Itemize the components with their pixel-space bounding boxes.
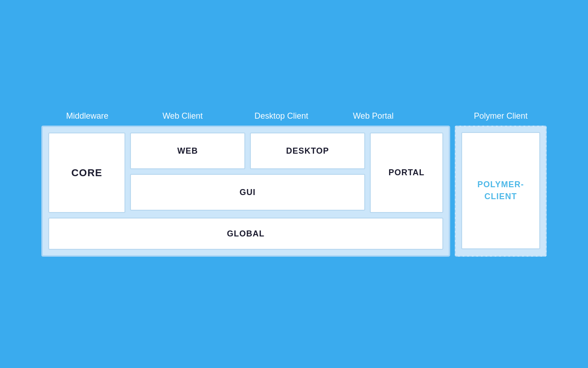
header-polymer-client: Polymer Client: [455, 111, 547, 126]
header-web-portal: Web Portal: [331, 111, 416, 126]
header-web-client: Web Client: [133, 111, 232, 126]
dashed-outer-box: POLYMER- CLIENT: [455, 126, 547, 257]
gui-module: GUI: [130, 174, 365, 211]
web-module: WEB: [130, 132, 245, 169]
diagram-container: Middleware Web Client Desktop Client Web…: [41, 111, 547, 257]
core-module: CORE: [48, 132, 125, 213]
header-middleware: Middleware: [41, 111, 133, 126]
desktop-module: DESKTOP: [250, 132, 365, 169]
solid-outer-box: CORE WEB DESKTOP GUI PORTAL GLOBAL: [41, 126, 450, 257]
portal-module: PORTAL: [370, 132, 443, 213]
header-desktop-client: Desktop Client: [232, 111, 331, 126]
polymer-client-module: POLYMER- CLIENT: [461, 132, 540, 249]
global-module: GLOBAL: [48, 218, 443, 250]
